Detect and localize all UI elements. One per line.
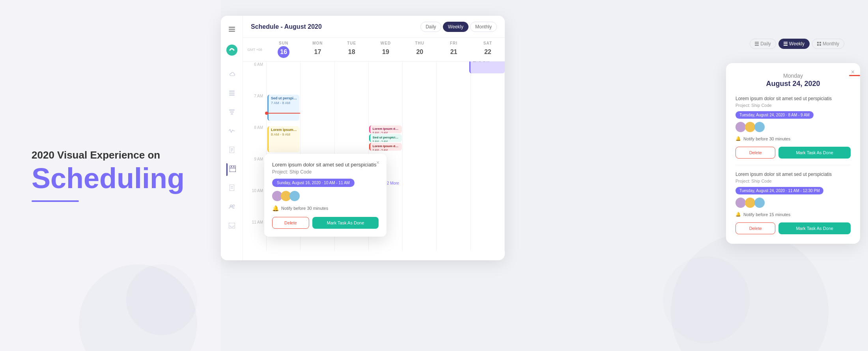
col-wed-6am bbox=[369, 62, 403, 93]
popup-left-notify: 🔔 Notify before 30 minutes bbox=[272, 205, 379, 211]
col-fri-7am bbox=[437, 93, 470, 125]
svg-rect-14 bbox=[230, 166, 236, 172]
right-event-2-actions: Delete Mark Task As Done bbox=[735, 222, 851, 234]
event-sun-8am[interactable]: Lorem ipsum dolor... 8 AM - 9 AM bbox=[267, 126, 299, 152]
event-top-right[interactable]: Sed ut... 12 PM - 1 P... bbox=[469, 62, 505, 73]
col-fri-11am bbox=[437, 219, 470, 251]
right-event-2: Lorem ipsum dolor sit amet sed ut perspi… bbox=[735, 172, 851, 234]
sidebar-icon-inbox[interactable] bbox=[226, 220, 237, 231]
col-wed-8am: Lorem ipsum dol... 8 AM - 9 AM Sed ut pe… bbox=[369, 125, 403, 156]
popup-left-desc: Lorem ipsum dolor sit amet sed ut perspi… bbox=[272, 162, 379, 168]
popup-left-delete-button[interactable]: Delete bbox=[272, 217, 309, 229]
right-panel: × Monday August 24, 2020 Lorem ipsum dol… bbox=[726, 63, 860, 244]
sidebar-hamburger[interactable] bbox=[226, 24, 237, 35]
col-sat-8am bbox=[471, 125, 505, 156]
bell-icon: 🔔 bbox=[272, 205, 279, 211]
col-fri-8am bbox=[437, 125, 470, 156]
right-bell-1: 🔔 bbox=[735, 136, 741, 141]
event-wed-8am-3[interactable]: Lorem ipsum dol... 8 AM - 9 AM bbox=[369, 143, 402, 151]
right-panel-date: August 24, 2020 bbox=[735, 80, 851, 88]
sidebar-icon-activity[interactable] bbox=[226, 125, 237, 136]
col-sun-8am: Lorem ipsum dolor... 8 AM - 9 AM bbox=[267, 125, 301, 156]
svg-rect-23 bbox=[229, 223, 235, 228]
view-monthly-button[interactable]: Monthly bbox=[470, 22, 497, 32]
col-thu-10am bbox=[403, 188, 437, 219]
col-sat-7am bbox=[471, 93, 505, 125]
event-wed-8am-1[interactable]: Lorem ipsum dol... 8 AM - 9 AM bbox=[369, 125, 402, 133]
sidebar-icon-users[interactable] bbox=[226, 201, 237, 212]
col-thu-7am bbox=[403, 93, 437, 125]
col-sat-9am bbox=[471, 156, 505, 188]
right-divider bbox=[735, 165, 851, 165]
sidebar-icon-filter[interactable] bbox=[226, 106, 237, 118]
right-event-1-actions: Delete Mark Task As Done bbox=[735, 147, 851, 159]
view-daily-button[interactable]: Daily bbox=[420, 22, 441, 32]
event-sun-7am[interactable]: Sed ut perspiciatis... 7 AM - 8 AM bbox=[267, 95, 299, 121]
svg-rect-30 bbox=[817, 42, 819, 43]
right-event-2-done[interactable]: Mark Task As Done bbox=[778, 222, 851, 234]
right-event-1-delete[interactable]: Delete bbox=[735, 147, 775, 159]
svg-rect-27 bbox=[784, 42, 788, 43]
sidebar-icon-document[interactable] bbox=[226, 144, 237, 155]
sidebar-icon-cloud[interactable] bbox=[226, 69, 237, 80]
sidebar-icon-calendar-wrapper bbox=[226, 163, 237, 174]
right-event-1-desc: Lorem ipsum dolor sit amet sed ut perspi… bbox=[735, 96, 851, 101]
col-thu-11am bbox=[403, 219, 437, 251]
deco-circle-2 bbox=[126, 264, 197, 335]
time-8am: 8 AM bbox=[243, 125, 267, 156]
day-headers: GMT +08 SUN 16 MON 17 TUE 18 WED 19 THU … bbox=[243, 38, 505, 62]
col-mon-8am bbox=[301, 125, 334, 156]
popup-left-close[interactable]: × bbox=[374, 159, 382, 166]
right-event-1-done[interactable]: Mark Task As Done bbox=[778, 147, 851, 159]
right-event-2-delete[interactable]: Delete bbox=[735, 222, 775, 234]
col-tue-8am bbox=[335, 125, 369, 156]
ext-daily-button[interactable]: Daily bbox=[750, 39, 776, 49]
col-tue-7am bbox=[335, 93, 369, 125]
left-underline bbox=[32, 200, 79, 202]
svg-rect-0 bbox=[229, 27, 235, 28]
right-event-2-desc: Lorem ipsum dolor sit amet sed ut perspi… bbox=[735, 172, 851, 177]
day-thu: THU 20 bbox=[403, 38, 437, 61]
ext-weekly-button[interactable]: Weekly bbox=[778, 39, 810, 49]
svg-rect-18 bbox=[230, 185, 234, 191]
right-event-1: Lorem ipsum dolor sit amet sed ut perspi… bbox=[735, 96, 851, 159]
popup-left-done-button[interactable]: Mark Task As Done bbox=[312, 217, 379, 229]
sidebar-icon-list[interactable] bbox=[226, 88, 237, 99]
now-line bbox=[267, 113, 300, 114]
day-wed: WED 19 bbox=[369, 38, 403, 61]
col-sat-10am bbox=[471, 188, 505, 219]
sidebar-icon-notes[interactable] bbox=[226, 182, 237, 193]
right-avatar-1 bbox=[735, 122, 746, 132]
right-event-1-badge[interactable]: Tuesday, August 24, 2020 · 8 AM - 9 AM bbox=[735, 111, 814, 119]
sidebar-icon-calendar[interactable] bbox=[226, 163, 237, 174]
right-event-2-avatars bbox=[735, 198, 851, 208]
col-mon-7am bbox=[301, 93, 334, 125]
time-9am: 9 AM bbox=[243, 156, 267, 188]
popup-left-date-badge[interactable]: Sunday, August 16, 2020 · 10 AM - 11 AM bbox=[272, 179, 355, 187]
right-event-2-badge[interactable]: Tuesday, August 24, 2020 · 11 AM - 12:30… bbox=[735, 187, 823, 194]
left-panel: 2020 Visual Experience on Scheduling bbox=[32, 149, 205, 202]
right-avatar-5 bbox=[745, 198, 755, 208]
red-accent bbox=[849, 75, 860, 76]
view-weekly-button[interactable]: Weekly bbox=[443, 22, 469, 32]
wed-more-link[interactable]: 2 More bbox=[385, 180, 401, 186]
left-title: Scheduling bbox=[32, 163, 205, 194]
col-tue-6am bbox=[335, 62, 369, 93]
ext-monthly-button[interactable]: Monthly bbox=[812, 39, 844, 49]
col-sat-11am bbox=[471, 219, 505, 251]
sidebar bbox=[221, 16, 243, 260]
svg-rect-26 bbox=[755, 45, 759, 46]
popup-left-notify-text: Notify before 30 minutes bbox=[281, 206, 328, 211]
svg-rect-2 bbox=[229, 31, 235, 32]
right-event-1-avatars bbox=[735, 122, 851, 132]
svg-rect-5 bbox=[229, 93, 235, 93]
col-fri-6am bbox=[437, 62, 470, 93]
event-wed-8am-2[interactable]: Sed ut perspiciatis... 8 AM - 9 AM bbox=[369, 134, 402, 142]
svg-rect-9 bbox=[231, 114, 233, 114]
now-dot bbox=[265, 112, 268, 115]
gmt-cell: GMT +08 bbox=[243, 38, 267, 61]
external-view-buttons: Daily Weekly Monthly bbox=[750, 39, 844, 49]
calendar-title: Schedule - August 2020 bbox=[251, 23, 322, 30]
day-sat: SAT 22 bbox=[471, 38, 505, 61]
svg-rect-29 bbox=[784, 45, 788, 46]
